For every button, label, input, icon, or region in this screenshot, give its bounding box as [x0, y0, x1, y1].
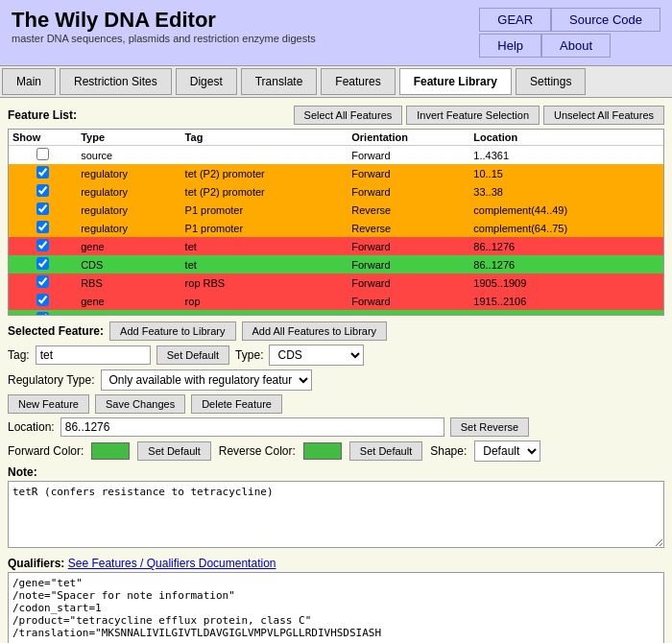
feature-location-cell: 1915..2106	[469, 310, 663, 316]
tab-main[interactable]: Main	[2, 68, 56, 95]
feature-show-checkbox[interactable]	[36, 184, 49, 197]
shape-select[interactable]: Default	[474, 441, 540, 462]
note-section: Note:	[8, 465, 664, 551]
feature-table-container: Show Type Tag Orientation Location sourc…	[8, 129, 664, 316]
feature-show-checkbox[interactable]	[36, 294, 49, 306]
table-row: regulatoryP1 promoterReversecomplement(6…	[9, 219, 663, 237]
regulatory-type-select[interactable]: Only available with regulatory features	[101, 369, 312, 391]
location-input[interactable]	[60, 417, 444, 437]
gear-link[interactable]: GEAR	[479, 8, 551, 32]
feature-show-checkbox[interactable]	[36, 166, 49, 179]
forward-color-swatch[interactable]	[91, 442, 130, 460]
reverse-color-default-button[interactable]: Set Default	[349, 441, 422, 461]
location-row: Location: Set Reverse	[8, 417, 664, 437]
save-changes-button[interactable]: Save Changes	[95, 394, 185, 414]
tag-set-default-button[interactable]: Set Default	[156, 345, 229, 365]
feature-location-cell: 1..4361	[469, 146, 663, 165]
feature-orientation-cell: Reverse	[348, 219, 469, 237]
feature-tag-cell	[181, 146, 348, 165]
feature-location-cell: complement(44..49)	[469, 201, 663, 219]
header: The Wily DNA Editor master DNA sequences…	[0, 0, 672, 65]
set-reverse-button[interactable]: Set Reverse	[450, 417, 530, 437]
action-row: New Feature Save Changes Delete Feature	[8, 394, 664, 414]
add-feature-to-library-button[interactable]: Add Feature to Library	[109, 322, 235, 341]
feature-tag-cell: rop	[181, 292, 348, 310]
feature-location-cell: complement(64..75)	[469, 219, 663, 237]
feature-orientation-cell: Forward	[348, 255, 469, 274]
location-label: Location:	[8, 420, 55, 434]
feature-show-checkbox[interactable]	[36, 257, 49, 270]
nav-bar: Main Restriction Sites Digest Translate …	[0, 65, 672, 98]
header-links-bottom: Help About	[479, 34, 660, 58]
col-type: Type	[77, 130, 180, 146]
selected-feature-row: Selected Feature: Add Feature to Library…	[8, 322, 664, 341]
feature-show-checkbox[interactable]	[36, 148, 49, 160]
about-link[interactable]: About	[541, 34, 611, 58]
feature-type-cell: CDS	[77, 255, 180, 274]
qualifiers-label: Qualifiers:	[8, 557, 64, 570]
qualifiers-section: Qualifiers: See Features / Qualifiers Do…	[8, 557, 664, 643]
table-row: CDStetForward86..1276	[9, 255, 663, 274]
note-textarea[interactable]	[8, 481, 664, 548]
feature-orientation-cell: Forward	[348, 182, 469, 201]
col-tag: Tag	[181, 130, 348, 146]
feature-show-checkbox[interactable]	[36, 275, 49, 288]
feature-tag-cell: tet (P2) promoter	[181, 182, 348, 201]
tab-digest[interactable]: Digest	[176, 68, 237, 95]
table-row: CDSropForward1915..2106	[9, 310, 663, 316]
feature-orientation-cell: Forward	[348, 164, 469, 182]
feature-show-checkbox[interactable]	[36, 202, 49, 215]
table-row: regulatorytet (P2) promoterForward33..38	[9, 182, 663, 201]
feature-tag-cell: tet (P2) promoter	[181, 164, 348, 182]
shape-label: Shape:	[430, 444, 467, 458]
table-row: genetetForward86..1276	[9, 237, 663, 255]
feature-type-cell: gene	[77, 237, 180, 255]
feature-tag-cell: P1 promoter	[181, 201, 348, 219]
forward-color-label: Forward Color:	[8, 444, 84, 458]
feature-location-cell: 1915..2106	[469, 292, 663, 310]
table-row: sourceForward1..4361	[9, 146, 663, 165]
selected-feature-label: Selected Feature:	[8, 324, 104, 338]
feature-show-checkbox[interactable]	[36, 239, 49, 251]
forward-color-default-button[interactable]: Set Default	[137, 441, 210, 461]
table-row: regulatorytet (P2) promoterForward10..15	[9, 164, 663, 182]
feature-type-cell: source	[77, 146, 180, 165]
type-select[interactable]: CDS gene regulatory RBS misc_feature	[269, 345, 364, 366]
tab-settings[interactable]: Settings	[516, 68, 586, 95]
tag-label: Tag:	[8, 348, 30, 362]
feature-table: Show Type Tag Orientation Location sourc…	[9, 130, 663, 316]
tab-translate[interactable]: Translate	[241, 68, 318, 95]
select-all-button[interactable]: Select All Features	[294, 106, 403, 125]
app-subtitle: master DNA sequences, plasmids and restr…	[12, 33, 316, 44]
new-feature-button[interactable]: New Feature	[8, 394, 89, 414]
feature-type-cell: CDS	[77, 310, 180, 316]
source-code-link[interactable]: Source Code	[551, 8, 660, 32]
feature-orientation-cell: Forward	[348, 146, 469, 165]
col-location: Location	[469, 130, 663, 146]
feature-list-buttons: Select All Features Invert Feature Selec…	[294, 106, 664, 125]
feature-type-cell: RBS	[77, 274, 180, 292]
feature-show-checkbox[interactable]	[36, 221, 49, 233]
feature-show-checkbox[interactable]	[36, 312, 49, 316]
app-title: The Wily DNA Editor	[12, 8, 316, 33]
tab-restriction-sites[interactable]: Restriction Sites	[60, 68, 172, 95]
regulatory-type-label: Regulatory Type:	[8, 373, 95, 387]
table-row: generopForward1915..2106	[9, 292, 663, 310]
main-content: Feature List: Select All Features Invert…	[0, 98, 672, 643]
regulatory-type-row: Regulatory Type: Only available with reg…	[8, 369, 664, 391]
qualifiers-textarea[interactable]	[8, 572, 664, 643]
unselect-all-button[interactable]: Unselect All Features	[543, 106, 664, 125]
qualifiers-link[interactable]: See Features / Qualifiers Documentation	[68, 557, 276, 570]
tab-feature-library[interactable]: Feature Library	[399, 68, 512, 95]
delete-feature-button[interactable]: Delete Feature	[191, 394, 282, 414]
feature-location-cell: 1905..1909	[469, 274, 663, 292]
feature-tag-cell: rop RBS	[181, 274, 348, 292]
tab-features[interactable]: Features	[321, 68, 395, 95]
feature-location-cell: 33..38	[469, 182, 663, 201]
add-all-features-button[interactable]: Add All Features to Library	[242, 322, 388, 341]
feature-type-cell: regulatory	[77, 219, 180, 237]
tag-input[interactable]	[36, 345, 151, 365]
help-link[interactable]: Help	[479, 34, 541, 58]
reverse-color-swatch[interactable]	[303, 442, 342, 460]
invert-selection-button[interactable]: Invert Feature Selection	[406, 106, 540, 125]
